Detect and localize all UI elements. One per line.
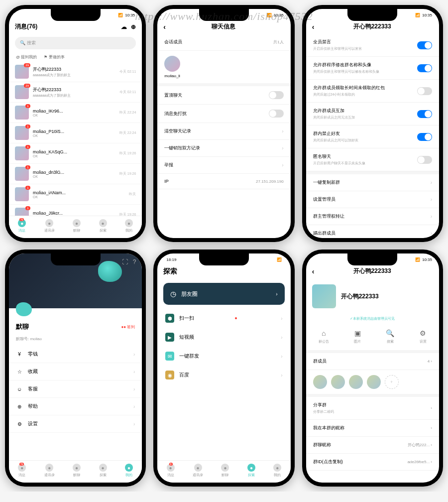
- setting-row[interactable]: 一键销毁双方记录›: [157, 140, 290, 157]
- chat-item[interactable]: 1moliao_IKr96...OK昨天 22:24: [9, 103, 142, 123]
- explore-扫一扫[interactable]: ⬢扫一扫›: [157, 309, 290, 328]
- chat-item[interactable]: 1moliao_P10iS...OK昨天 22:24: [9, 123, 142, 143]
- toggle[interactable]: [269, 91, 284, 99]
- member-avatar[interactable]: [313, 375, 327, 389]
- member-avatar[interactable]: [349, 375, 363, 389]
- tab-默聊[interactable]: ●默聊: [73, 464, 81, 478]
- setting-row[interactable]: 清空聊天记录›: [157, 123, 290, 140]
- chevron-right-icon: ›: [282, 162, 283, 168]
- setting-row[interactable]: 群主管理权转让›: [306, 208, 439, 225]
- toggle[interactable]: [269, 110, 284, 118]
- toggle[interactable]: [417, 110, 432, 118]
- row-label: 踢出群成员: [313, 230, 336, 237]
- group-action-群公告[interactable]: ⌂群公告: [319, 329, 329, 344]
- chevron-right-icon: ›: [431, 231, 432, 236]
- tab-我的[interactable]: ●我的: [125, 464, 133, 478]
- tab-我的[interactable]: ●我的: [125, 219, 133, 233]
- signin-link[interactable]: ●● 签到: [121, 324, 135, 330]
- action-icon: 🔍: [386, 329, 394, 337]
- back-button[interactable]: ‹: [312, 23, 315, 31]
- member-avatar[interactable]: [367, 375, 381, 389]
- toggle[interactable]: [417, 156, 432, 164]
- setting-row[interactable]: 群聊昵称开心鸭222... ›: [306, 437, 439, 454]
- explore-icon: ▶: [165, 333, 174, 342]
- chat-item[interactable]: 29开心鸭222333aaaaaaa成为了新的群主今天 02:11: [9, 62, 142, 82]
- tab-探索[interactable]: ●探索: [247, 464, 255, 478]
- menu-帮助[interactable]: ⊕帮助›: [9, 398, 142, 415]
- menu-收藏[interactable]: ☆收藏›: [9, 363, 142, 380]
- setting-row[interactable]: 我在本群的昵称 ›: [306, 420, 439, 437]
- setting-row[interactable]: 允许群程序修改群名称和头像关闭后仅群主和管理员可以修改名称和头像: [306, 57, 439, 80]
- chat-item[interactable]: 1moliao_KASqG...OK昨天 19:26: [9, 143, 142, 164]
- toggle[interactable]: [417, 133, 432, 141]
- avatar-mascot[interactable]: [16, 302, 32, 316]
- member-avatar[interactable]: [164, 56, 180, 72]
- group-action-设置[interactable]: ⚙设置: [420, 329, 427, 344]
- scan-icon[interactable]: ⛶: [122, 258, 128, 265]
- member-avatar[interactable]: [331, 375, 345, 389]
- tab-默聊[interactable]: ●默聊: [221, 464, 229, 478]
- tab-探索[interactable]: ●探索: [99, 464, 107, 478]
- tab-通讯录[interactable]: ●通讯录: [193, 464, 203, 478]
- tab-mentions[interactable]: @ 提到我的: [16, 54, 37, 60]
- moments-card[interactable]: ◷ 朋友圈 ›: [163, 283, 284, 305]
- setting-row[interactable]: 全员禁言开启后仅群主和管理员可以发言: [306, 34, 439, 57]
- tab-我的[interactable]: ●我的: [273, 464, 281, 478]
- toggle[interactable]: [417, 41, 432, 49]
- chat-preview: OK: [33, 114, 115, 117]
- toggle[interactable]: [417, 64, 432, 72]
- setting-row[interactable]: 举报›: [157, 157, 290, 174]
- back-button[interactable]: ‹: [312, 267, 315, 275]
- unread-badge: 1: [25, 165, 30, 169]
- setting-row[interactable]: 踢出群成员›: [306, 225, 439, 238]
- back-button[interactable]: ‹: [163, 23, 166, 31]
- group-action-图片[interactable]: ▣图片: [354, 329, 361, 344]
- chat-item[interactable]: 29开心鸭222333aaaaaaa成为了新的群主今天 02:11: [9, 82, 142, 103]
- setting-row[interactable]: 群ID(点击复制)ade26fbe5... ›: [306, 454, 439, 471]
- group-action-搜索[interactable]: 🔍搜索: [386, 329, 394, 344]
- explore-短视频[interactable]: ▶短视频›: [157, 328, 290, 347]
- explore-一键群发[interactable]: ✉一键群发›: [157, 347, 290, 366]
- tab-icon: ●: [45, 464, 53, 472]
- menu-客服[interactable]: ☺客服›: [9, 380, 142, 398]
- row-label: 一键销毁双方记录: [164, 145, 200, 151]
- toggle[interactable]: [417, 87, 432, 95]
- tab-消息[interactable]: ●76消息: [18, 219, 26, 233]
- tab-消息[interactable]: ●76消息: [18, 464, 26, 478]
- menu-设置[interactable]: ⚙设置›: [9, 415, 142, 433]
- tab-消息[interactable]: ●8消息: [167, 464, 175, 478]
- explore-百度[interactable]: ◉百度›: [157, 366, 290, 384]
- help-icon[interactable]: ?: [133, 258, 136, 265]
- row-subtitle: 关闭后超过24小时未领取的: [313, 92, 385, 97]
- row-subtitle: 分享群二维码: [313, 409, 334, 414]
- tab-探索[interactable]: ●探索: [99, 219, 107, 233]
- add-member-button[interactable]: +: [385, 375, 399, 389]
- setting-row[interactable]: 允许群成员领取长时间未领取的红包关闭后超过24小时未领取的: [306, 80, 439, 103]
- tab-icon: ●: [247, 464, 255, 472]
- members-count[interactable]: 4 ›: [428, 359, 432, 364]
- add-icon[interactable]: ⊕: [131, 23, 136, 30]
- chat-item[interactable]: 1moliao_iANam...OK昨天: [9, 184, 142, 205]
- setting-row[interactable]: 匿名聊天开启后群用户聊天不显示真实头像: [306, 148, 439, 171]
- chat-item[interactable]: 1moliao_dn3lG...OK昨天 19:26: [9, 164, 142, 184]
- setting-row[interactable]: 消息免打扰: [157, 105, 290, 123]
- search-input[interactable]: 🔍 搜索: [15, 37, 136, 49]
- mascot-bg: [98, 261, 122, 282]
- setting-row[interactable]: 一键复制新群›: [306, 174, 439, 191]
- row-label: 置顶聊天: [164, 92, 182, 99]
- tab-todo[interactable]: ⚑ 要做的事: [44, 54, 64, 60]
- tab-默聊[interactable]: ●默聊: [73, 219, 81, 233]
- setting-row[interactable]: 允许群成员互加关闭后群成员之间无法互加: [306, 103, 439, 126]
- cloud-icon[interactable]: ☁: [121, 23, 127, 30]
- setting-row[interactable]: 分享群分享群二维码 ›: [306, 397, 439, 420]
- tab-通讯录[interactable]: ●通讯录: [44, 464, 55, 478]
- row-value: ›: [431, 426, 432, 430]
- tab-通讯录[interactable]: ●通讯录: [44, 219, 55, 233]
- setting-row[interactable]: 群内禁止好友关闭后群成员之间可以加好友: [306, 126, 439, 148]
- menu-零钱[interactable]: ¥零钱›: [9, 346, 142, 363]
- chat-preview: OK: [33, 195, 125, 199]
- setting-row[interactable]: 置顶聊天: [157, 86, 290, 105]
- setting-row[interactable]: IP27.151.209.190: [157, 174, 290, 189]
- group-avatar[interactable]: [312, 284, 336, 308]
- setting-row[interactable]: 设置管理员›: [306, 191, 439, 208]
